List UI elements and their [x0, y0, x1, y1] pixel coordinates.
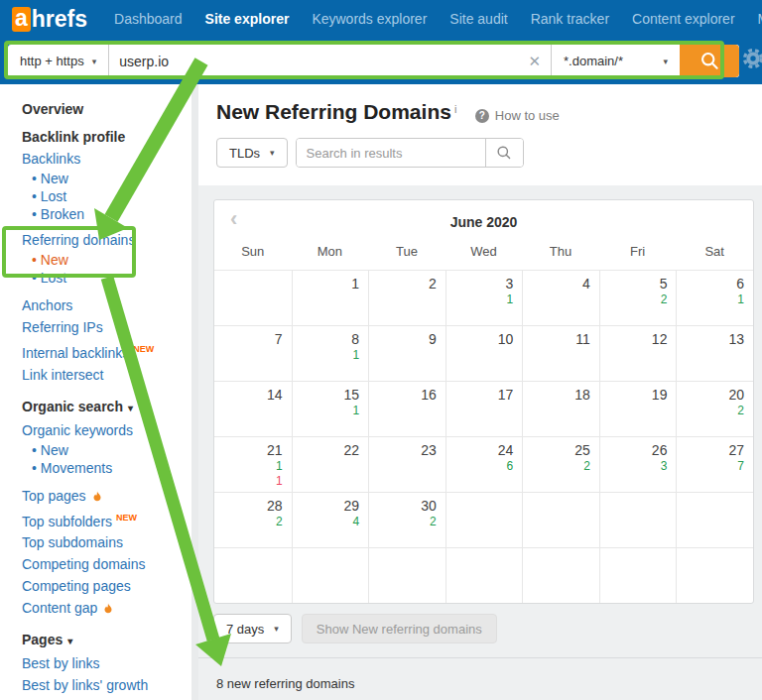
nav-rank-tracker[interactable]: Rank tracker	[531, 11, 609, 27]
clear-icon[interactable]: ✕	[518, 45, 551, 77]
sidebar-section-organic-search[interactable]: Organic search▾	[22, 396, 191, 419]
search-button[interactable]	[680, 45, 739, 77]
calendar-day-cell[interactable]: 18	[522, 381, 599, 436]
nav-site-explorer[interactable]: Site explorer	[205, 11, 290, 27]
sidebar-item-best-by-links-growth[interactable]: Best by links' growth	[22, 674, 191, 696]
calendar-day-cell[interactable]: 16	[368, 381, 445, 436]
search-icon	[699, 51, 720, 71]
calendar-day-cell[interactable]	[292, 547, 369, 603]
new-count: 3	[600, 459, 668, 474]
calendar-day-cell[interactable]: 302	[368, 492, 445, 547]
tlds-dropdown[interactable]: TLDs ▾	[216, 138, 288, 168]
sidebar-item-overview[interactable]: Overview	[22, 98, 191, 120]
sidebar-item-content-gap[interactable]: Content gap	[22, 597, 191, 619]
chevron-down-icon: ▾	[270, 148, 275, 158]
calendar-day-cell[interactable]	[214, 547, 292, 603]
sidebar-item-top-subdomains[interactable]: Top subdomains	[22, 531, 191, 553]
calendar-day-cell[interactable]	[676, 492, 753, 547]
calendar-day-cell[interactable]: 23	[368, 436, 445, 492]
calendar-day-cell[interactable]: 294	[292, 492, 369, 547]
ahrefs-logo[interactable]: ahrefs	[12, 6, 87, 33]
calendar-day-cell[interactable]: 246	[445, 436, 523, 492]
calendar-day-cell[interactable]: 2	[368, 270, 445, 325]
sidebar-item-backlinks-new[interactable]: New	[22, 170, 191, 187]
sidebar-item-referring-ips[interactable]: Referring IPs	[22, 316, 191, 338]
sidebar-item-link-intersect[interactable]: Link intersect	[22, 364, 191, 386]
new-count: 2	[369, 515, 437, 529]
calendar-day-cell[interactable]	[676, 547, 753, 603]
calendar-day-cell[interactable]: 13	[676, 325, 753, 381]
search-in-results-button[interactable]	[485, 139, 523, 167]
sidebar-item-backlinks-lost[interactable]: Lost	[22, 187, 191, 205]
nav-more[interactable]: More▾	[758, 11, 762, 27]
calendar-day-cell[interactable]: 11	[522, 325, 599, 381]
calendar-day-cell[interactable]: 263	[599, 436, 677, 492]
show-new-referring-domains-button[interactable]: Show New referring domains	[302, 614, 497, 643]
sidebar-item-backlinks-broken[interactable]: Broken	[22, 205, 191, 223]
nav-dashboard[interactable]: Dashboard	[114, 11, 183, 27]
target-domain-input[interactable]	[109, 45, 518, 77]
calendar-day-cell[interactable]: 9	[368, 325, 445, 381]
calendar-day-cell[interactable]	[214, 270, 292, 325]
calendar-day-cell[interactable]: 81	[292, 325, 369, 381]
help-icon: ?	[475, 109, 489, 123]
sidebar-item-top-content[interactable]: Top content	[22, 696, 191, 700]
calendar-day-cell[interactable]: 10	[445, 325, 523, 381]
sidebar-item-organic-keywords-movements[interactable]: Movements	[22, 459, 191, 477]
nav-content-explorer[interactable]: Content explorer	[632, 11, 735, 27]
mode-dropdown[interactable]: *.domain/* ▾	[551, 45, 680, 77]
calendar-day-cell[interactable]: 61	[676, 270, 753, 325]
sidebar-item-competing-pages[interactable]: Competing pages	[22, 575, 191, 597]
protocol-dropdown[interactable]: http + https ▾	[8, 45, 109, 77]
sidebar-item-organic-keywords[interactable]: Organic keywords	[22, 419, 191, 441]
nav-site-audit[interactable]: Site audit	[449, 11, 507, 27]
chevron-left-icon[interactable]: ‹	[230, 208, 237, 230]
search-in-results-input[interactable]	[297, 139, 485, 167]
sidebar-item-top-pages[interactable]: Top pages	[22, 485, 191, 507]
how-to-use-link[interactable]: ? How to use	[475, 108, 560, 123]
calendar-day-cell[interactable]: 277	[676, 436, 753, 492]
sidebar-item-organic-keywords-new[interactable]: New	[22, 441, 191, 459]
calendar-day-cell[interactable]: 17	[445, 381, 523, 436]
sidebar-section-pages[interactable]: Pages▾	[22, 629, 191, 652]
calendar-day-cell[interactable]: 22	[292, 436, 369, 492]
chevron-down-icon: ▾	[67, 636, 72, 646]
calendar-day-cell[interactable]: 12	[599, 325, 677, 381]
sidebar-item-referring-domains[interactable]: Referring domains	[22, 229, 191, 251]
calendar-day-cell[interactable]: 202	[676, 381, 753, 436]
sidebar-item-top-subfolders[interactable]: Top subfoldersNEW	[22, 507, 191, 532]
calendar-day-cell[interactable]	[599, 547, 677, 603]
calendar-day-cell[interactable]: 282	[214, 492, 292, 547]
new-count: 7	[677, 459, 744, 474]
calendar-day-cell[interactable]: 52	[599, 270, 677, 325]
calendar-day-cell[interactable]	[522, 547, 599, 603]
calendar-day-cell[interactable]	[445, 547, 523, 603]
results-divider	[198, 657, 762, 658]
calendar-day-cell[interactable]	[522, 492, 599, 547]
calendar-day-cell[interactable]: 1	[292, 270, 369, 325]
nav-keywords-explorer[interactable]: Keywords explorer	[312, 11, 427, 27]
sidebar-item-backlinks[interactable]: Backlinks	[22, 148, 191, 170]
sidebar-item-best-by-links[interactable]: Best by links	[22, 652, 191, 674]
calendar-day-cell[interactable]: 14	[214, 381, 292, 436]
sidebar-item-referring-domains-lost[interactable]: Lost	[22, 269, 191, 287]
sidebar-item-referring-domains-new[interactable]: New	[22, 251, 191, 269]
calendar-day-cell[interactable]: 252	[522, 436, 599, 492]
day-number: 11	[523, 330, 590, 348]
calendar-day-cell[interactable]: 7	[214, 325, 292, 381]
sidebar-item-competing-domains[interactable]: Competing domains	[22, 553, 191, 575]
calendar-day-cell[interactable]: 31	[445, 270, 523, 325]
settings-gear-button[interactable]	[741, 47, 762, 74]
days-range-dropdown[interactable]: 7 days ▾	[213, 614, 292, 643]
calendar-day-cell[interactable]: 2111	[214, 436, 292, 492]
calendar-day-cell[interactable]: 151	[292, 381, 369, 436]
sidebar-item-internal-backlinks[interactable]: Internal backlinksNEW	[22, 338, 191, 364]
calendar-day-cell[interactable]	[599, 492, 677, 547]
calendar-day-cell[interactable]: 4	[522, 270, 599, 325]
calendar-day-cell[interactable]: 19	[599, 381, 677, 436]
weekday-label: Wed	[445, 244, 523, 270]
calendar-day-cell[interactable]	[368, 547, 445, 603]
sidebar-item-anchors[interactable]: Anchors	[22, 294, 191, 316]
info-icon[interactable]: i	[454, 103, 456, 115]
calendar-day-cell[interactable]	[445, 492, 523, 547]
